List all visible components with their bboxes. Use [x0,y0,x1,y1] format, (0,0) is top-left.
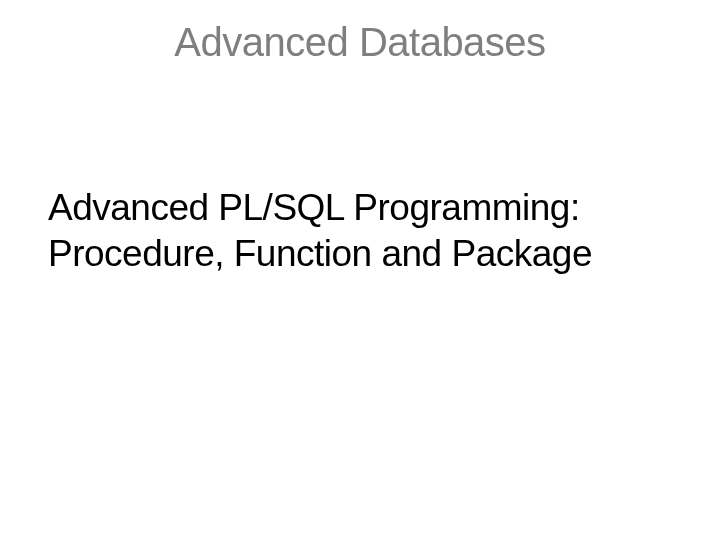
slide-title: Advanced Databases [0,20,720,65]
slide-subtitle: Advanced PL/SQL Programming:Procedure, F… [48,185,700,278]
